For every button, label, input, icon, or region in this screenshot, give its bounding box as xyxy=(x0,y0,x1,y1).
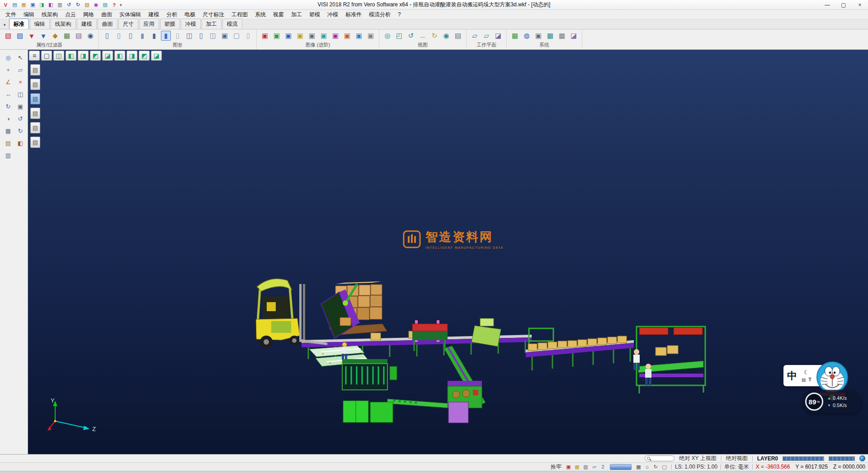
render-reflections-icon[interactable]: ▣ xyxy=(319,31,329,41)
menu-item[interactable]: 尺寸标注 xyxy=(199,10,228,19)
paint-icon[interactable]: ◧ xyxy=(15,139,25,147)
shading-hidden-line-icon[interactable]: ▯ xyxy=(114,31,124,41)
viewbar-layout-icon[interactable]: ▢ xyxy=(41,51,52,61)
menu-item[interactable]: 建模 xyxy=(145,10,163,19)
render-contrast-icon[interactable]: ▣ xyxy=(354,31,364,41)
shading-transparent-icon[interactable]: ▯ xyxy=(173,31,183,41)
view-bottom-icon[interactable]: ◩ xyxy=(139,51,150,61)
menu-item[interactable]: 点云 xyxy=(61,10,80,19)
shading-dynamic-icon[interactable]: ▯ xyxy=(196,31,206,41)
tab[interactable]: 曲面 xyxy=(98,19,118,29)
magnet-icon[interactable]: ◆ xyxy=(50,31,60,41)
view-axonometric-icon[interactable]: ◪ xyxy=(151,51,162,61)
shading-section-icon[interactable]: ◫ xyxy=(184,31,194,41)
shading-shaded-icon[interactable]: ▮ xyxy=(137,31,147,41)
shading-dashed-icon[interactable]: ▯ xyxy=(126,31,136,41)
pointer-icon[interactable]: ↖ xyxy=(15,53,25,62)
tab[interactable]: 线架构 xyxy=(51,19,76,29)
workplane-edit-icon[interactable]: ▱ xyxy=(481,31,491,41)
workplane-home-icon[interactable]: ⌂ xyxy=(643,464,651,470)
menu-item[interactable]: 编辑 xyxy=(20,10,38,19)
shading-ghost-icon[interactable]: ▢ xyxy=(231,31,241,41)
globe-icon[interactable] xyxy=(859,455,865,461)
attribute-copy-icon[interactable]: ▨ xyxy=(15,31,25,41)
rotate-view-icon[interactable]: ↻ xyxy=(429,31,439,41)
tab[interactable]: 加工 xyxy=(202,19,222,29)
maximize-button[interactable]: ▢ xyxy=(835,0,852,9)
visibility-icon[interactable]: ◉ xyxy=(85,31,95,41)
notes-icon[interactable]: ▤ xyxy=(3,139,13,147)
menu-item[interactable]: 视窗 xyxy=(269,10,288,19)
attribute-brush-icon[interactable]: ▧ xyxy=(3,31,13,41)
edit-geometry-icon[interactable]: ▱ xyxy=(15,66,25,74)
rotate-icon[interactable]: ↻ xyxy=(3,102,13,111)
image-small-icon[interactable]: ▦ xyxy=(573,464,581,470)
measure-icon[interactable]: ∠ xyxy=(3,78,13,86)
refresh-icon[interactable]: ↻ xyxy=(652,464,660,470)
report-icon[interactable]: ▥ xyxy=(3,151,13,160)
render-textures-icon[interactable]: ▣ xyxy=(283,31,293,41)
shading-multi-icon[interactable]: ◫ xyxy=(208,31,218,41)
close-button[interactable]: × xyxy=(852,0,868,9)
moon-icon[interactable]: ☾ xyxy=(804,369,809,376)
tab[interactable]: 尺寸 xyxy=(118,19,138,29)
network-monitor[interactable]: 89% ▲ 0.4K/s ▼ 0.5K/s xyxy=(803,390,862,413)
render-quality-icon[interactable]: ▣ xyxy=(260,31,270,41)
render-environment-icon[interactable]: ▣ xyxy=(342,31,352,41)
open-file-icon[interactable]: ▦ xyxy=(20,1,28,9)
tab[interactable]: 标准 xyxy=(9,19,29,29)
menu-item[interactable]: ? xyxy=(394,10,405,19)
tab-dropdown-icon[interactable]: ▾ xyxy=(1,21,8,29)
view-right-icon[interactable]: ◪ xyxy=(102,51,113,61)
toolbox-icon[interactable]: T xyxy=(808,377,811,382)
profile-icon[interactable]: 2 xyxy=(599,464,607,470)
shading-box-icon[interactable]: ▣ xyxy=(220,31,230,41)
menu-item[interactable]: 加工 xyxy=(288,10,306,19)
move-icon[interactable]: ↔ xyxy=(3,90,13,99)
mirror-icon[interactable]: ◑ xyxy=(3,114,13,123)
quick-access-more-icon[interactable]: ▾ xyxy=(118,3,124,7)
cad-link-icon[interactable]: ◪ xyxy=(569,31,579,41)
color-settings-icon[interactable]: ▦ xyxy=(510,31,520,41)
selection-mask-icon[interactable]: ▦ xyxy=(62,31,72,41)
menu-item[interactable]: 标准件 xyxy=(342,10,365,19)
menu-item[interactable]: 塑模 xyxy=(306,10,324,19)
viewbar-menu-icon[interactable]: ≡ xyxy=(29,51,40,61)
menu-item[interactable]: 冲模 xyxy=(324,10,342,19)
menu-item[interactable]: 文件 xyxy=(2,10,20,19)
shading-off-icon[interactable]: ▯ xyxy=(243,31,253,41)
zoom-previous-icon[interactable]: ↺ xyxy=(406,31,416,41)
view-mode-label[interactable]: 绝对 XY 上视图 xyxy=(679,455,716,462)
workplane-align-icon[interactable]: ◪ xyxy=(493,31,503,41)
view-iso-icon[interactable]: ◧ xyxy=(66,51,76,61)
ime-language-indicator[interactable]: 中 xyxy=(787,369,797,383)
absolute-view-label[interactable]: 绝对视图 xyxy=(726,455,748,462)
render-lights-icon[interactable]: ▣ xyxy=(295,31,305,41)
shading-wireframe-icon[interactable]: ▯ xyxy=(102,31,112,41)
shading-shaded-edges-icon[interactable]: ▮ xyxy=(149,31,159,41)
annotation-icon[interactable]: ▱ xyxy=(590,464,598,470)
render-background-icon[interactable]: ▣ xyxy=(330,31,340,41)
minimize-button[interactable]: — xyxy=(819,0,835,9)
menu-item[interactable]: 工程图 xyxy=(228,10,251,19)
print-small-icon[interactable]: ▥ xyxy=(582,464,590,470)
view-preset-6-icon[interactable]: ▤ xyxy=(30,137,40,148)
tab[interactable]: 塑膜 xyxy=(160,19,180,29)
layer-indicator[interactable]: LAYER0 xyxy=(757,455,778,462)
settings-icon[interactable]: ◉ xyxy=(92,1,100,9)
tab[interactable]: 应用 xyxy=(139,19,159,29)
palette-icon[interactable]: ▨ xyxy=(101,1,109,9)
paste-entity-icon[interactable]: ▣ xyxy=(15,102,25,111)
menu-item[interactable]: 实体编辑 xyxy=(116,10,145,19)
menu-item[interactable]: 模流分析 xyxy=(365,10,394,19)
viewbar-window-icon[interactable]: ◫ xyxy=(53,51,64,61)
undo-arrow-icon[interactable]: ↺ xyxy=(15,114,25,123)
3d-viewport[interactable]: ≡▢◫◧◨◩◪◧◨◩◪ ▤▤▤▤▤▤ xyxy=(28,50,868,454)
delete-icon[interactable]: × xyxy=(15,78,25,86)
menu-item[interactable]: 电极 xyxy=(181,10,199,19)
zoom-icon[interactable]: ◎ xyxy=(3,53,13,62)
menu-item[interactable]: 分析 xyxy=(163,10,181,19)
pan-view-icon[interactable]: ↔ xyxy=(418,31,428,41)
tab[interactable]: 冲模 xyxy=(181,19,201,29)
zoom-window-icon[interactable]: ◰ xyxy=(394,31,404,41)
